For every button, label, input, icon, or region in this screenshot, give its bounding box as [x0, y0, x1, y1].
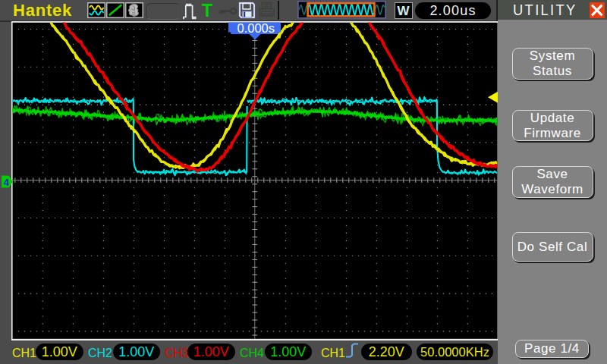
svg-text:4: 4 — [4, 177, 10, 188]
svg-text:0.000s: 0.000s — [237, 21, 275, 35]
